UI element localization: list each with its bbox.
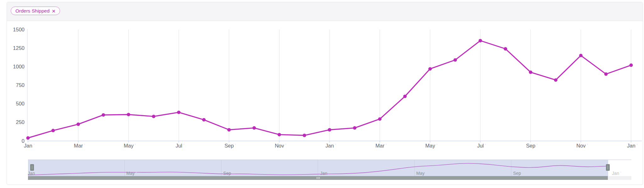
x-axis-tick-label: Sep' — [225, 143, 236, 148]
y-axis-tick-label: 750 — [16, 82, 25, 88]
x-axis-tick-label: Sep' — [526, 143, 538, 148]
x-axis-tick-label: May' — [425, 143, 437, 148]
x-axis-tick-label: Mar' — [74, 143, 85, 148]
chart-panel: Orders Shipped ✕ 0250500750100012501500J… — [7, 2, 643, 185]
data-point[interactable] — [529, 71, 532, 74]
data-point[interactable] — [177, 110, 180, 114]
data-point[interactable] — [76, 122, 80, 126]
scrollbar-grip-icon — [317, 177, 317, 179]
data-point[interactable] — [403, 95, 407, 98]
chart-panel-header: Orders Shipped ✕ — [7, 2, 643, 21]
series-filter-label: Orders Shipped — [15, 8, 50, 14]
y-axis-tick-label: 1250 — [13, 45, 25, 51]
data-point[interactable] — [378, 117, 381, 121]
data-point[interactable] — [479, 39, 482, 42]
data-point[interactable] — [453, 58, 457, 62]
chart-svg: 0250500750100012501500Jan'Mar'May'Jul'Se… — [7, 21, 643, 185]
x-axis-tick-label: Nov' — [576, 143, 588, 148]
data-point[interactable] — [604, 73, 608, 76]
series-filter-chip[interactable]: Orders Shipped ✕ — [11, 7, 60, 15]
x-axis-tick-label: Jan' — [24, 143, 35, 148]
data-point[interactable] — [504, 47, 507, 51]
data-point[interactable] — [353, 126, 356, 130]
data-point[interactable] — [554, 78, 558, 82]
scrollbar-track — [608, 176, 631, 180]
remove-filter-icon[interactable]: ✕ — [52, 9, 56, 13]
data-point[interactable] — [102, 113, 105, 117]
x-axis-tick-label: Jul' — [477, 143, 486, 148]
data-point[interactable] — [127, 113, 130, 116]
y-axis-tick-label: 1000 — [13, 64, 25, 69]
scrollbar-grip-icon — [318, 177, 319, 179]
data-point[interactable] — [26, 136, 30, 140]
scrollbar-grip-icon — [319, 177, 320, 179]
y-axis-tick-label: 250 — [16, 119, 25, 125]
data-point[interactable] — [253, 126, 256, 130]
y-axis-tick-label: 1500 — [13, 27, 25, 32]
x-axis-tick-label: Jan' — [627, 143, 638, 148]
x-axis-tick-label: Jul' — [175, 143, 184, 148]
chart-region: 0250500750100012501500Jan'Mar'May'Jul'Se… — [7, 21, 643, 185]
minimap-label-outside: Jan' — [612, 171, 621, 176]
y-axis-tick-label: 500 — [16, 101, 25, 106]
data-point[interactable] — [152, 115, 155, 118]
x-axis-tick-label: May' — [124, 143, 136, 148]
data-point[interactable] — [278, 133, 281, 136]
data-point[interactable] — [51, 129, 55, 132]
data-point[interactable] — [579, 54, 583, 57]
data-point[interactable] — [328, 128, 331, 132]
data-point[interactable] — [202, 118, 206, 121]
data-point[interactable] — [630, 63, 633, 67]
data-point[interactable] — [227, 128, 231, 132]
data-point[interactable] — [428, 67, 432, 71]
x-axis-tick-label: Nov' — [275, 143, 286, 148]
x-axis-tick-label: Jan' — [325, 143, 336, 148]
data-point[interactable] — [303, 134, 306, 137]
x-axis-tick-label: Mar' — [375, 143, 387, 148]
